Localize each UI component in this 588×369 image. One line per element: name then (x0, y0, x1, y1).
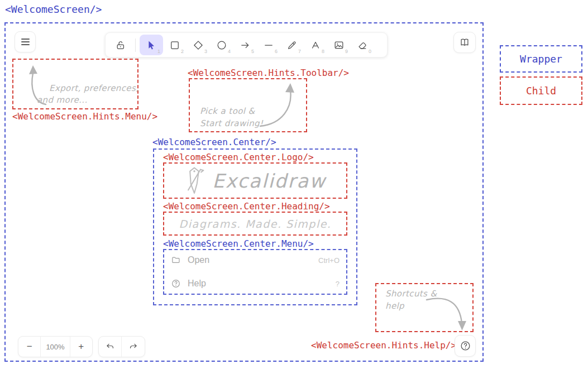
center-label: <WelcomeScreen.Center/> (152, 137, 276, 147)
toolbar: 1 2 3 4 5 6 7 8 (105, 32, 388, 57)
center-menu-outline: Open Ctrl+O Help ? (163, 249, 347, 295)
undo-button[interactable] (99, 337, 122, 357)
tool-ellipse-button[interactable]: 4 (210, 35, 233, 55)
center-logo-outline: Excalidraw (163, 162, 347, 199)
tool-number: 1 (157, 49, 160, 54)
redo-button[interactable] (122, 337, 145, 357)
zoom-value[interactable]: 100% (40, 337, 70, 357)
hints-menu-outline: Export, preferences, and more... (12, 59, 138, 109)
tool-diamond-button[interactable]: 3 (187, 35, 210, 55)
redo-icon (128, 342, 138, 352)
center-heading-text: Diagrams. Made. Simple. (179, 218, 332, 230)
legend-child-label: Child (526, 85, 556, 97)
main-menu-button[interactable] (15, 31, 36, 52)
tool-number: 4 (228, 49, 231, 54)
tool-number: 5 (251, 49, 254, 54)
tool-eraser-button[interactable]: 0 (351, 35, 374, 55)
curved-arrow-up-right-icon (256, 82, 303, 131)
center-wrapper-outline: <WelcomeScreen.Center.Logo/> Excalidraw … (153, 148, 357, 305)
menu-item-help[interactable]: Help ? (171, 279, 340, 289)
menu-item-shortcut: ? (336, 280, 340, 288)
tool-line-button[interactable]: 6 (257, 35, 280, 55)
zoom-out-button[interactable]: − (18, 337, 40, 357)
legend-wrapper: Wrapper (500, 45, 582, 73)
lock-tool-button[interactable] (110, 35, 131, 55)
tool-draw-button[interactable]: 7 (280, 35, 304, 55)
hint-menu-text-line2: and more... (37, 95, 88, 105)
rectangle-icon (169, 40, 180, 51)
help-circle-icon (171, 279, 181, 289)
welcomescreen-label: <WelcomeScreen/> (5, 3, 102, 15)
image-icon (333, 40, 345, 51)
tool-number: 0 (369, 49, 371, 54)
text-icon (310, 40, 321, 51)
hints-help-label: <WelcomeScreen.Hints.Help/> (311, 340, 456, 351)
legend-wrapper-label: Wrapper (520, 53, 562, 65)
tool-number: 2 (181, 49, 184, 54)
hints-toolbar-outline: Pick a tool & Start drawing! (189, 78, 307, 132)
legend-child: Child (500, 76, 582, 105)
center-menu-label: <WelcomeScreen.Center.Menu/> (163, 238, 314, 249)
zoom-control: − 100% + (18, 336, 93, 357)
center-heading-outline: Diagrams. Made. Simple. (163, 212, 347, 236)
hints-menu-label: <WelcomeScreen.Hints.Menu/> (12, 111, 157, 122)
toolbar-divider (135, 39, 136, 52)
tool-rectangle-button[interactable]: 2 (163, 35, 187, 55)
center-heading-label: <WelcomeScreen.Center.Heading/> (163, 201, 330, 212)
menu-item-label: Open (188, 255, 209, 265)
selection-cursor-icon (146, 40, 157, 51)
hint-menu-text-line1: Export, preferences, (49, 83, 138, 93)
eraser-icon (357, 40, 368, 51)
hint-toolbar-text-line2: Start drawing! (200, 118, 263, 128)
help-button[interactable] (455, 335, 476, 357)
tool-number: 6 (275, 49, 278, 54)
tool-number: 7 (298, 49, 301, 54)
menu-item-shortcut: Ctrl+O (318, 256, 340, 265)
diamond-icon (193, 40, 204, 51)
tool-number: 8 (322, 49, 324, 54)
tool-number: 9 (345, 49, 348, 54)
menu-item-label: Help (188, 279, 206, 289)
center-logo-label: <WelcomeScreen.Center.Logo/> (163, 152, 314, 162)
tool-number: 3 (204, 49, 207, 54)
lock-open-icon (115, 40, 126, 51)
excalidraw-logo-text: Excalidraw (212, 170, 326, 192)
line-icon (263, 40, 274, 51)
folder-icon (171, 255, 181, 265)
hints-help-outline: Shortcuts & help (375, 283, 474, 332)
zoom-in-button[interactable]: + (70, 337, 92, 357)
tool-selection-button[interactable]: 1 (140, 35, 163, 55)
pencil-icon (286, 40, 298, 51)
tool-text-button[interactable]: 8 (304, 35, 327, 55)
excalidraw-logo-icon (184, 165, 204, 197)
tool-arrow-button[interactable]: 5 (233, 35, 257, 55)
menu-item-open[interactable]: Open Ctrl+O (171, 255, 340, 265)
arrow-icon (240, 40, 251, 51)
curved-arrow-down-icon (424, 292, 474, 332)
hint-help-text-line2: help (385, 301, 404, 311)
book-icon (459, 37, 470, 48)
welcomescreen-wrapper-outline: 1 2 3 4 5 6 7 8 (4, 22, 484, 362)
tool-image-button[interactable]: 9 (327, 35, 351, 55)
ellipse-icon (216, 40, 227, 51)
hint-toolbar-text-line1: Pick a tool & (200, 106, 255, 116)
history-control (98, 336, 145, 357)
library-button[interactable] (453, 32, 476, 53)
help-circle-icon (460, 340, 471, 352)
hints-toolbar-label: <WelcomeScreen.Hints.Toolbar/> (188, 68, 349, 78)
undo-icon (105, 342, 116, 352)
